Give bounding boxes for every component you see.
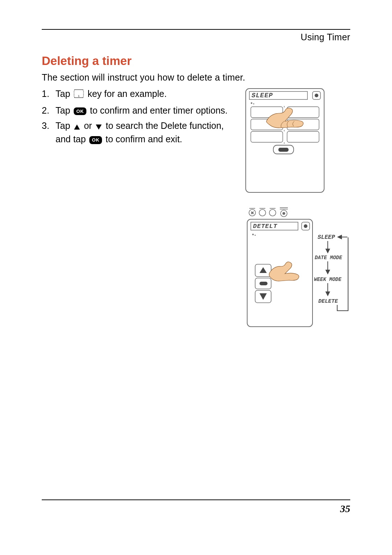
step-1-text-b: key for an example. xyxy=(87,89,167,99)
intro-paragraph: The section will instruct you how to del… xyxy=(42,72,350,83)
svg-text:✕: ✕ xyxy=(251,211,254,215)
step-3-text-d: to confirm and exit. xyxy=(106,134,182,144)
menu-item-delete: DELETE xyxy=(318,298,338,305)
svg-text:1: 1 xyxy=(78,94,80,98)
down-triangle-icon xyxy=(95,121,102,134)
menu-item-date-mode: DATE MODE xyxy=(315,255,342,261)
bottom-rule xyxy=(42,499,350,500)
figure1-lcd-text: SLEEP xyxy=(252,92,273,99)
steps-list: Tap 1 key for an example. Tap OK to conf… xyxy=(42,88,238,146)
figure-column: SLEEP xyxy=(245,88,350,330)
up-triangle-icon xyxy=(73,121,81,134)
svg-rect-39 xyxy=(260,282,268,285)
svg-rect-11 xyxy=(251,131,283,142)
page-number: 35 xyxy=(340,503,350,515)
step-2: Tap OK to confirm and enter timer option… xyxy=(42,105,238,117)
step-1: Tap 1 key for an example. xyxy=(42,88,238,102)
ok-icon-2: OK xyxy=(89,136,102,144)
svg-point-35 xyxy=(254,234,256,236)
svg-rect-12 xyxy=(287,131,319,142)
step-3-text-a: Tap xyxy=(56,121,73,131)
text-column: Tap 1 key for an example. Tap OK to conf… xyxy=(42,88,238,330)
step-2-text-b: to confirm and enter timer options. xyxy=(90,105,228,115)
step-1-text-a: Tap xyxy=(56,89,73,99)
svg-point-23 xyxy=(259,209,266,216)
ok-icon: OK xyxy=(74,107,86,115)
step-3-text-b: or xyxy=(84,121,94,131)
figure-remote-sleep: SLEEP xyxy=(245,88,325,193)
svg-point-5 xyxy=(251,102,252,104)
svg-point-34 xyxy=(252,234,254,235)
svg-point-29 xyxy=(283,212,285,215)
section-heading: Deleting a timer xyxy=(42,54,350,68)
running-head: Using Timer xyxy=(42,32,350,42)
key-1-icon: 1 xyxy=(73,89,84,102)
svg-point-25 xyxy=(269,209,276,216)
step-3: Tap or to search the Delete function, an… xyxy=(42,120,238,146)
figure2-lcd-text: DETELT xyxy=(253,223,277,230)
step-2-text-a: Tap xyxy=(56,105,73,115)
svg-rect-18 xyxy=(278,148,289,152)
menu-item-sleep: SLEEP xyxy=(318,234,335,241)
svg-point-6 xyxy=(253,103,254,104)
svg-point-33 xyxy=(304,224,307,228)
figure-remote-delete-menu: ✕ DETELT xyxy=(245,206,350,330)
svg-point-4 xyxy=(315,94,318,97)
top-rule xyxy=(42,29,350,30)
two-column-layout: Tap 1 key for an example. Tap OK to conf… xyxy=(42,88,350,330)
menu-item-week-mode: WEEK MODE xyxy=(314,277,342,282)
page-content: Using Timer Deleting a timer The section… xyxy=(42,29,350,330)
